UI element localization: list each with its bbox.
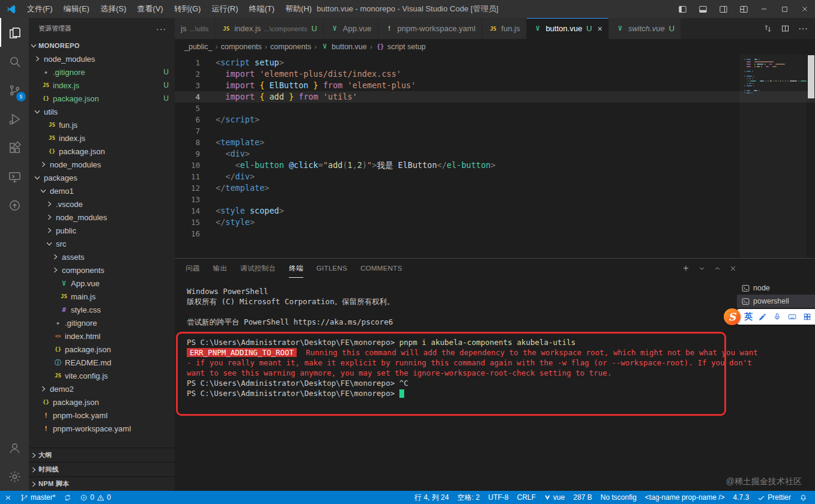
git-branch-button[interactable]: master* [16, 491, 59, 504]
close-panel-icon[interactable] [729, 265, 737, 272]
editor-tab[interactable]: VApp.vue [324, 18, 378, 39]
sync-button[interactable] [59, 491, 76, 504]
language-mode-button[interactable]: vue [540, 491, 569, 504]
settings-gear-icon[interactable] [0, 462, 29, 491]
minimize-icon[interactable] [754, 0, 774, 18]
tree-item[interactable]: packages [29, 171, 175, 184]
tree-item[interactable]: {}package.jsonU [29, 92, 175, 105]
sidebar-section-2[interactable]: NPM 脚本 [29, 476, 175, 491]
notifications-bell-icon[interactable] [795, 491, 811, 504]
tree-item[interactable]: #style.css [29, 303, 175, 316]
minimap[interactable] [739, 54, 807, 258]
toggle-panel-icon[interactable] [692, 0, 713, 18]
sidebar-section-1[interactable]: 时间线 [29, 462, 175, 476]
tree-item[interactable]: utils [29, 105, 175, 118]
panel-tab-2[interactable]: 调试控制台 [240, 259, 276, 278]
menu-item-7[interactable]: 帮助(H) [280, 0, 317, 18]
editor-tab[interactable]: Vswitch.vueU [609, 18, 681, 39]
breadcrumb-item[interactable]: components [270, 43, 311, 51]
panel-tab-4[interactable]: GITLENS [317, 259, 347, 278]
toggle-sidebar-icon[interactable] [672, 0, 692, 18]
menu-item-5[interactable]: 运行(R) [206, 0, 243, 18]
indentation-button[interactable]: 空格: 2 [453, 491, 483, 504]
tree-item[interactable]: public [29, 224, 175, 237]
menu-item-0[interactable]: 文件(F) [22, 0, 58, 18]
terminal-output[interactable]: Windows PowerShell版权所有 (C) Microsoft Cor… [175, 278, 737, 491]
tree-item[interactable]: node_modules [29, 211, 175, 224]
breadcrumb-item[interactable]: Vbutton.vue [320, 43, 366, 51]
more-actions-icon[interactable]: ··· [798, 23, 808, 34]
version-button[interactable]: 4.7.3 [729, 491, 754, 504]
ime-language-mode[interactable]: 英 [744, 311, 753, 322]
tree-item[interactable]: {}package.json [29, 395, 175, 409]
terminal-instance-1[interactable]: powershell [737, 295, 815, 308]
tree-item[interactable]: JSindex.jsU [29, 79, 175, 92]
editor-tab[interactable]: js...\utils [175, 18, 215, 39]
maximize-icon[interactable] [774, 0, 795, 18]
tree-item[interactable]: {}package.json [29, 145, 175, 158]
tree-item[interactable]: components [29, 263, 175, 277]
toolbox-icon[interactable] [803, 313, 811, 321]
compare-changes-icon[interactable] [763, 24, 772, 33]
tree-item[interactable]: JSmain.js [29, 290, 175, 303]
formatter-button[interactable]: Prettier [753, 491, 795, 504]
menu-item-6[interactable]: 终端(T) [243, 0, 280, 18]
maximize-panel-icon[interactable] [714, 265, 721, 272]
close-icon[interactable]: × [598, 25, 602, 33]
panel-tab-5[interactable]: COMMENTS [360, 259, 402, 278]
extensions-icon[interactable] [0, 133, 29, 162]
tag-hint-button[interactable]: <tag-name prop-name /> [641, 491, 729, 504]
breadcrumb-item[interactable]: components [221, 43, 262, 51]
customize-layout-icon[interactable] [733, 0, 754, 18]
panel-tab-3[interactable]: 终端 [289, 259, 303, 278]
split-editor-icon[interactable] [781, 24, 790, 33]
new-terminal-icon[interactable] [682, 264, 690, 272]
problems-button[interactable]: 0 0 [76, 491, 115, 504]
tree-item[interactable]: JSvite.config.js [29, 369, 175, 382]
tree-item[interactable]: .vscode [29, 197, 175, 211]
menu-item-2[interactable]: 选择(S) [95, 0, 132, 18]
source-control-icon[interactable]: 5 [0, 76, 29, 104]
breadcrumb-item[interactable]: _public_ [184, 43, 213, 51]
encoding-button[interactable]: UTF-8 [484, 491, 513, 504]
close-icon[interactable] [795, 0, 815, 18]
tree-item[interactable]: JSfun.js [29, 118, 175, 131]
account-icon[interactable] [0, 433, 29, 462]
tree-item[interactable]: JSindex.js [29, 131, 175, 145]
tree-item[interactable]: demo1 [29, 184, 175, 197]
panel-tab-0[interactable]: 问题 [186, 259, 200, 278]
tree-item[interactable]: demo2 [29, 382, 175, 395]
tree-item[interactable]: !pnpm-lock.yaml [29, 409, 175, 422]
menu-item-3[interactable]: 查看(V) [132, 0, 168, 18]
editor-scrollbar[interactable] [808, 55, 814, 98]
tree-item[interactable]: ⓘREADME.md [29, 356, 175, 369]
tsconfig-button[interactable]: No tsconfig [596, 491, 641, 504]
tree-item[interactable]: <>index.html [29, 329, 175, 343]
tree-item[interactable]: assets [29, 250, 175, 263]
editor-tab[interactable]: JSfun.js [482, 18, 527, 39]
run-debug-icon[interactable] [0, 104, 29, 133]
terminal-profile-dropdown-icon[interactable] [698, 265, 706, 272]
panel-tab-1[interactable]: 输出 [213, 259, 228, 278]
tree-item[interactable]: node_modules [29, 158, 175, 171]
tree-item[interactable]: src [29, 237, 175, 250]
pen-icon[interactable] [759, 313, 767, 321]
eol-button[interactable]: CRLF [513, 491, 540, 504]
menu-item-4[interactable]: 转到(G) [169, 0, 207, 18]
remote-explorer-icon[interactable] [0, 162, 29, 191]
tree-item[interactable]: VApp.vue [29, 277, 175, 290]
sogou-logo-icon[interactable]: S [724, 308, 741, 325]
explorer-icon[interactable] [0, 18, 29, 47]
toggle-secondary-sidebar-icon[interactable] [713, 0, 733, 18]
more-actions-icon[interactable]: ··· [156, 24, 166, 34]
tree-item[interactable]: !pnpm-workspace.yaml [29, 422, 175, 435]
microphone-icon[interactable] [773, 313, 781, 321]
cursor-position-button[interactable]: 行 4, 列 24 [410, 491, 453, 504]
live-share-icon[interactable] [0, 191, 29, 220]
menu-item-1[interactable]: 编辑(E) [58, 0, 95, 18]
tree-item[interactable]: node_modules [29, 52, 175, 65]
search-icon[interactable] [0, 47, 29, 76]
editor-tab[interactable]: Vbutton.vueU× [527, 18, 609, 39]
keyboard-icon[interactable] [787, 313, 797, 321]
tree-item[interactable]: {}package.json [29, 343, 175, 356]
